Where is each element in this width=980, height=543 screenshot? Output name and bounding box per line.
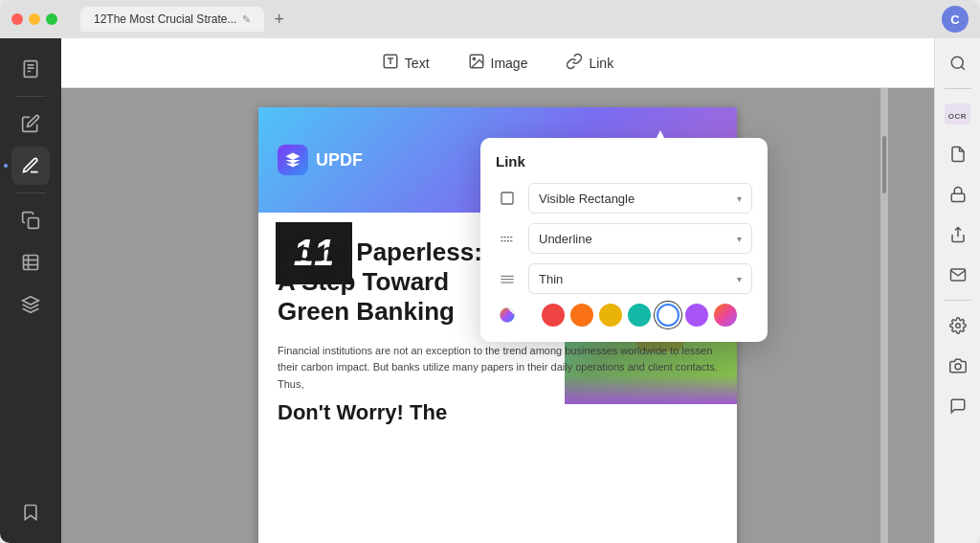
style-select[interactable]: Visible Rectangle ▾ (528, 183, 752, 214)
link-button[interactable]: Link (546, 45, 633, 81)
chat-icon-right[interactable] (941, 389, 975, 423)
tab-label: 12The Most Crucial Strate... (94, 12, 236, 26)
sidebar-item-table[interactable] (11, 243, 50, 282)
updf-logo-icon (278, 145, 308, 175)
popup-thickness-row: Thin ▾ (496, 263, 752, 294)
sidebar-item-bookmark[interactable] (11, 493, 50, 532)
thickness-select[interactable]: Thin ▾ (528, 263, 752, 294)
thickness-select-arrow: ▾ (737, 274, 742, 284)
ocr-icon-right[interactable]: OCR (941, 97, 975, 131)
image-icon (468, 53, 485, 74)
svg-point-30 (955, 364, 961, 370)
settings-icon-right[interactable] (941, 308, 975, 343)
image-button-label: Image (491, 56, 528, 71)
sidebar-divider-1 (15, 96, 46, 97)
thickness-icon (496, 267, 519, 290)
style-select-arrow: ▾ (737, 193, 742, 204)
share-icon-right[interactable] (941, 217, 975, 252)
scrollbar-thumb[interactable] (882, 136, 886, 193)
popup-title: Link (496, 153, 752, 170)
popup-color-row (496, 304, 752, 327)
underline-select-arrow: ▾ (737, 234, 742, 244)
right-sidebar: OCR (934, 38, 980, 543)
color-swatch-purple[interactable] (685, 304, 708, 327)
style-icon (496, 187, 519, 210)
search-icon-right[interactable] (941, 46, 975, 80)
text-icon (382, 53, 399, 74)
minimize-button[interactable] (29, 13, 40, 25)
color-swatch-orange[interactable] (570, 304, 593, 327)
right-divider-2 (945, 300, 971, 301)
text-button[interactable]: Text (363, 45, 449, 81)
svg-point-14 (473, 57, 475, 59)
color-swatch-yellow[interactable] (599, 304, 622, 327)
updf-logo-text: UPDF (316, 150, 363, 170)
sidebar-item-edit[interactable] (11, 104, 50, 143)
updf-logo: UPDF (278, 145, 363, 175)
main-layout: Text Image (0, 38, 980, 543)
color-swatch-blue[interactable] (657, 304, 679, 327)
doc-body: Financial institutions are not an except… (278, 343, 718, 394)
user-avatar[interactable]: C (942, 6, 969, 33)
svg-rect-27 (951, 193, 965, 201)
svg-point-25 (951, 57, 963, 68)
document-wrapper: UPDF No Destination (61, 88, 934, 543)
color-swatch-red[interactable] (542, 304, 565, 327)
sidebar-item-copy[interactable] (11, 201, 50, 239)
svg-marker-9 (23, 297, 39, 305)
traffic-lights (11, 13, 57, 25)
popup-style-row: Visible Rectangle ▾ (496, 183, 752, 214)
file-icon-right[interactable] (941, 137, 975, 171)
sidebar-item-annotation[interactable] (11, 147, 50, 185)
sidebar-item-document[interactable] (11, 50, 50, 88)
ocr-label: OCR (948, 112, 967, 121)
color-swatch-gradient[interactable] (714, 304, 737, 327)
doc-bottom-text: Don't Worry! The (278, 400, 718, 425)
svg-line-26 (961, 66, 964, 69)
content-area: Text Image (61, 38, 934, 543)
right-divider-1 (945, 88, 971, 89)
active-tab[interactable]: 12The Most Crucial Strate... ✎ (80, 7, 264, 32)
left-sidebar (0, 38, 61, 543)
close-button[interactable] (11, 13, 23, 25)
svg-rect-18 (501, 192, 513, 204)
maximize-button[interactable] (46, 13, 57, 25)
color-swatches (526, 304, 752, 327)
svg-point-29 (955, 324, 960, 328)
new-tab-button[interactable]: + (268, 10, 290, 30)
link-button-label: Link (589, 56, 613, 71)
tab-bar: 12The Most Crucial Strate... ✎ + (80, 7, 290, 32)
color-swatch-teal[interactable] (628, 304, 651, 327)
link-popup: Link Visible Rectangle ▾ (480, 138, 768, 342)
color-palette-icon (496, 304, 519, 327)
sidebar-divider-2 (15, 192, 46, 193)
camera-icon-right[interactable] (941, 349, 975, 383)
popup-underline-row: Underline ▾ (496, 223, 752, 254)
text-button-label: Text (405, 56, 430, 71)
app-window: 12The Most Crucial Strate... ✎ + C (0, 0, 980, 543)
tab-edit-icon: ✎ (242, 13, 251, 26)
svg-rect-4 (29, 218, 39, 229)
underline-icon (496, 227, 519, 250)
image-button[interactable]: Image (449, 45, 547, 81)
lock-icon-right[interactable] (941, 177, 975, 212)
sidebar-bottom (11, 493, 50, 532)
sidebar-item-layers[interactable] (11, 285, 50, 324)
link-icon (566, 53, 583, 74)
toolbar: Text Image (61, 38, 934, 88)
mail-icon-right[interactable] (941, 258, 975, 292)
svg-rect-5 (24, 256, 38, 270)
titlebar: 12The Most Crucial Strate... ✎ + C (0, 0, 980, 38)
active-indicator (4, 164, 8, 168)
underline-select[interactable]: Underline ▾ (528, 223, 752, 254)
scrollbar-track[interactable] (880, 88, 888, 543)
